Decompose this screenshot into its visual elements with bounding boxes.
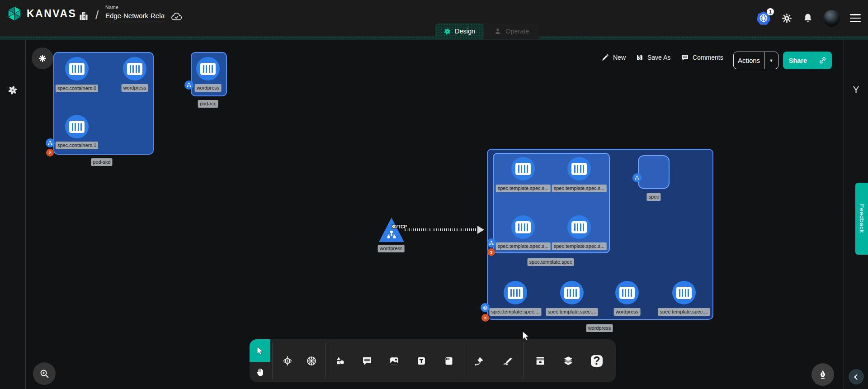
ink-pen-button[interactable] bbox=[811, 363, 834, 386]
hamburger-menu-icon[interactable] bbox=[850, 14, 861, 22]
edge-dashed-line[interactable] bbox=[405, 228, 478, 231]
select-tool-button[interactable] bbox=[250, 339, 270, 362]
layers-tool-button[interactable] bbox=[562, 355, 574, 367]
container-icon bbox=[676, 287, 692, 299]
container-node-10[interactable] bbox=[615, 281, 639, 304]
canvas-context-flower-button[interactable] bbox=[32, 47, 53, 69]
image-icon bbox=[389, 355, 400, 366]
comments-icon bbox=[681, 53, 689, 62]
history-spiral-icon[interactable] bbox=[8, 85, 18, 95]
comments-button[interactable]: Comments bbox=[681, 53, 723, 62]
group-spec-template-spec[interactable] bbox=[493, 153, 610, 253]
kubernetes-tool-button[interactable] bbox=[306, 355, 317, 367]
freehand-tool-button[interactable] bbox=[502, 355, 514, 366]
help-tool-button[interactable]: ? bbox=[591, 355, 603, 367]
kubernetes-context-badge: 1 bbox=[767, 8, 774, 15]
hand-icon bbox=[255, 367, 265, 377]
actions-dropdown-button[interactable]: Actions ▼ bbox=[733, 52, 778, 69]
actions-caret-icon[interactable]: ▼ bbox=[764, 52, 778, 69]
kubernetes-context-button[interactable]: 1 bbox=[756, 10, 771, 26]
settings-gear-icon[interactable] bbox=[781, 13, 793, 24]
organization-icon[interactable] bbox=[78, 10, 89, 21]
node-label: spec.template.spec.s... bbox=[496, 242, 551, 250]
brand[interactable]: KANVAS bbox=[6, 5, 76, 22]
save-as-button[interactable]: Save As bbox=[636, 53, 670, 62]
question-mark-icon: ? bbox=[591, 355, 603, 367]
edge-arrowhead bbox=[477, 226, 484, 234]
node-spec[interactable] bbox=[638, 155, 670, 189]
expand-right-panel-button[interactable] bbox=[849, 369, 864, 384]
feedback-label: Feedback bbox=[859, 204, 865, 233]
design-name-label: Name bbox=[105, 5, 165, 10]
tab-operate[interactable]: Operate bbox=[484, 23, 539, 39]
frame-tool-button[interactable] bbox=[443, 356, 454, 366]
error-badge-wordpress-deployment[interactable]: 3 bbox=[481, 314, 489, 322]
container-node-5[interactable] bbox=[567, 157, 591, 180]
branch-y-icon[interactable]: Y bbox=[853, 84, 859, 95]
design-name-input[interactable] bbox=[105, 11, 165, 22]
feedback-tab[interactable]: Feedback bbox=[855, 183, 868, 255]
design-spiral-icon bbox=[443, 28, 451, 35]
container-icon bbox=[508, 287, 523, 299]
image-tool-button[interactable] bbox=[389, 355, 400, 366]
relationship-icon[interactable] bbox=[632, 173, 642, 182]
tab-design[interactable]: Design bbox=[435, 23, 484, 39]
new-button[interactable]: New bbox=[601, 53, 626, 62]
notifications-bell-icon[interactable] bbox=[802, 13, 813, 24]
comment-tool-button[interactable] bbox=[362, 356, 373, 366]
container-node-11[interactable] bbox=[672, 281, 696, 304]
node-label: spec.template.spec.s... bbox=[552, 242, 607, 250]
frame-icon bbox=[443, 356, 454, 366]
relationship-globe-icon[interactable] bbox=[481, 303, 490, 312]
new-label: New bbox=[613, 54, 626, 61]
pencil-scribble-icon bbox=[502, 355, 514, 366]
node-label: spec.template.spec.s... bbox=[552, 185, 607, 192]
container-node-3[interactable] bbox=[196, 57, 220, 81]
left-rail bbox=[0, 40, 26, 389]
service-node-wordpress[interactable] bbox=[379, 218, 404, 242]
pan-tool-button[interactable] bbox=[250, 362, 270, 382]
node-label: spec.template.spec.s... bbox=[496, 185, 551, 192]
zoom-search-button[interactable] bbox=[33, 362, 56, 385]
app-header: KANVAS / Name 1 bbox=[0, 0, 868, 36]
drawer-archive-icon bbox=[535, 355, 546, 366]
share-button[interactable]: Share bbox=[783, 52, 832, 69]
container-icon bbox=[69, 121, 85, 133]
shapes-tool-button[interactable] bbox=[335, 355, 346, 366]
copy-link-icon[interactable] bbox=[813, 52, 832, 69]
error-badge-spec-template[interactable]: 3 bbox=[487, 248, 495, 256]
container-icon bbox=[127, 63, 142, 75]
relationship-icon[interactable] bbox=[487, 238, 496, 247]
container-node-8[interactable] bbox=[504, 281, 527, 304]
container-node-4[interactable] bbox=[511, 157, 535, 180]
container-node-1[interactable] bbox=[123, 57, 146, 81]
tab-design-label: Design bbox=[455, 28, 475, 35]
node-label: spec.template.spec.... bbox=[658, 308, 710, 316]
container-node-9[interactable] bbox=[560, 281, 584, 304]
container-icon bbox=[571, 221, 587, 233]
node-label: spec.template.spec.... bbox=[490, 308, 542, 316]
helm-wheel-icon bbox=[306, 355, 317, 367]
node-label: wordpress bbox=[195, 84, 222, 92]
relationship-icon[interactable] bbox=[46, 138, 55, 147]
container-node-7[interactable] bbox=[567, 215, 591, 239]
pen-nib-icon bbox=[817, 369, 828, 380]
container-node-6[interactable] bbox=[511, 215, 535, 239]
components-tool-button[interactable] bbox=[282, 355, 293, 367]
container-node-2[interactable] bbox=[65, 115, 89, 138]
user-avatar[interactable] bbox=[823, 10, 840, 27]
container-node-0[interactable] bbox=[65, 57, 89, 81]
node-label: spec.containers.0 bbox=[56, 85, 98, 92]
container-icon bbox=[564, 287, 580, 299]
edge-pen-tool-button[interactable] bbox=[474, 355, 485, 366]
error-badge-pod-skd[interactable]: 2 bbox=[46, 149, 54, 157]
text-tool-button[interactable] bbox=[416, 356, 427, 366]
container-icon bbox=[571, 163, 587, 175]
drawer-tool-button[interactable] bbox=[535, 355, 546, 366]
shapes-icon bbox=[335, 355, 346, 366]
relationship-icon[interactable] bbox=[184, 81, 193, 90]
group-label-wordpress-deployment: wordpress bbox=[586, 324, 613, 332]
brand-wordmark: KANVAS bbox=[27, 8, 76, 20]
service-hierarchy-icon bbox=[386, 229, 397, 240]
node-label: spec.containers.1 bbox=[56, 142, 98, 149]
